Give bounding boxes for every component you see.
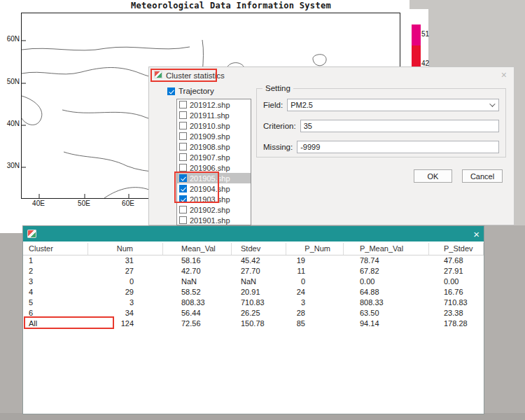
file-name: 201902.shp [190, 206, 230, 214]
table-cell: 24 [286, 287, 344, 298]
column-header[interactable]: P_Mean_Val [344, 243, 429, 255]
table-cell: 47.68 [429, 255, 484, 266]
table-cell: 27 [88, 266, 163, 276]
table-cell: 34 [88, 308, 163, 318]
colorbar-label: 51 [421, 30, 429, 38]
y-tick-label: 50N [1, 78, 20, 86]
file-item[interactable]: 201908.shp [177, 141, 251, 152]
file-item[interactable]: 201901.shp [177, 215, 251, 225]
file-name: 201912.shp [190, 101, 230, 109]
file-checkbox[interactable] [179, 101, 187, 108]
table-cell: 2 [23, 266, 88, 276]
file-checkbox[interactable] [179, 206, 187, 214]
table-cell: 710.83 [429, 298, 484, 308]
file-name: 201905.shp [190, 174, 230, 183]
table-cell: 178.28 [429, 318, 484, 329]
trajectory-checkbox-row[interactable]: Trajectory [167, 87, 214, 95]
missing-label: Missing: [263, 143, 293, 151]
file-checkbox[interactable] [179, 164, 187, 172]
file-item[interactable]: 201912.shp [177, 99, 251, 110]
file-item[interactable]: 201902.shp [177, 204, 251, 215]
table-cell: 45.42 [232, 255, 286, 266]
table-cell: 5 [23, 298, 88, 308]
criterion-label: Criterion: [263, 122, 296, 130]
table-cell: 58.16 [163, 255, 232, 266]
file-checkbox[interactable] [179, 132, 187, 140]
table-row[interactable]: All12472.56150.788594.14178.28 [23, 318, 484, 329]
cluster-table-window: × ClusterNumMean_ValStdevP_NumP_Mean_Val… [22, 225, 484, 414]
table-row[interactable]: 53808.33710.833808.33710.83 [23, 298, 484, 308]
table-row[interactable]: 63456.4426.252863.5023.38 [23, 308, 484, 318]
column-header[interactable]: Stdev [232, 243, 286, 255]
criterion-input[interactable] [300, 120, 499, 132]
table-window-titlebar[interactable]: × [23, 226, 484, 241]
dialog-app-icon [154, 71, 162, 78]
column-header[interactable]: P_Stdev [429, 243, 484, 255]
file-checkbox[interactable] [179, 185, 187, 192]
x-tick-label: 40E [28, 200, 49, 208]
table-cell: 67.82 [344, 266, 429, 276]
file-item[interactable]: 201907.shp [177, 152, 251, 162]
file-item[interactable]: 201903.shp [177, 194, 251, 204]
table-cell: 0.00 [344, 276, 429, 287]
table-cell: 72.56 [163, 318, 232, 329]
column-header[interactable]: Cluster [23, 243, 88, 255]
table-window-close-button[interactable]: × [473, 229, 479, 239]
trajectory-file-list[interactable]: 201912.shp201911.shp201910.shp201909.shp… [176, 99, 251, 225]
table-cell: 28 [286, 308, 344, 318]
file-checkbox[interactable] [179, 216, 187, 224]
file-checkbox[interactable] [179, 174, 187, 182]
column-header[interactable]: Num [88, 243, 163, 255]
table-cell: 11 [286, 266, 344, 276]
table-cell: 27.70 [232, 266, 286, 276]
cluster-table-header: ClusterNumMean_ValStdevP_NumP_Mean_ValP_… [23, 243, 484, 255]
trajectory-checkbox[interactable] [167, 88, 175, 95]
setting-legend: Setting [262, 83, 293, 93]
table-row[interactable]: 42958.5220.912464.8816.76 [23, 287, 484, 298]
table-cell: 150.78 [232, 318, 286, 329]
file-name: 201904.shp [190, 185, 230, 193]
table-cell: NaN [163, 276, 232, 287]
table-cell: 64.88 [344, 287, 429, 298]
table-cell: 3 [286, 298, 344, 308]
table-cell: 20.91 [232, 287, 286, 298]
file-item[interactable]: 201910.shp [177, 120, 251, 131]
dialog-close-button[interactable]: × [501, 70, 507, 80]
table-cell: 19 [286, 255, 344, 266]
table-cell: 710.83 [232, 298, 286, 308]
file-name: 201908.shp [190, 143, 230, 151]
column-header[interactable]: Mean_Val [163, 243, 232, 255]
column-header[interactable]: P_Num [286, 243, 344, 255]
trajectory-label: Trajectory [178, 87, 214, 95]
file-item[interactable]: 201906.shp [177, 162, 251, 173]
y-tick-label: 60N [1, 35, 20, 43]
ok-button[interactable]: OK [414, 169, 452, 183]
file-name: 201907.shp [190, 153, 230, 162]
colorbar-segment-magenta [412, 24, 421, 46]
table-cell: NaN [232, 276, 286, 287]
table-cell: 124 [88, 318, 163, 329]
missing-input[interactable] [297, 141, 499, 153]
table-cell: 63.50 [344, 308, 429, 318]
table-cell: 0 [88, 276, 163, 287]
file-checkbox[interactable] [179, 111, 187, 119]
table-row[interactable]: 13158.1645.421978.7447.68 [23, 255, 484, 266]
file-item[interactable]: 201905.shp [177, 173, 251, 183]
table-row[interactable]: 22742.7027.701167.8227.91 [23, 266, 484, 276]
file-item[interactable]: 201909.shp [177, 131, 251, 141]
table-cell: 4 [23, 287, 88, 298]
file-name: 201911.shp [190, 111, 230, 120]
file-name: 201903.shp [190, 195, 230, 204]
table-cell: 26.25 [232, 308, 286, 318]
file-item[interactable]: 201911.shp [177, 110, 251, 120]
table-row[interactable]: 30NaNNaN00.000.00 [23, 276, 484, 287]
file-item[interactable]: 201904.shp [177, 183, 251, 194]
file-checkbox[interactable] [179, 195, 187, 203]
cancel-button[interactable]: Cancel [462, 169, 503, 183]
field-dropdown[interactable]: PM2.5 [287, 99, 499, 111]
file-checkbox[interactable] [179, 153, 187, 161]
y-tick-label: 30N [1, 162, 20, 170]
file-checkbox[interactable] [179, 143, 187, 150]
file-checkbox[interactable] [179, 122, 187, 130]
chevron-down-icon [489, 101, 495, 106]
